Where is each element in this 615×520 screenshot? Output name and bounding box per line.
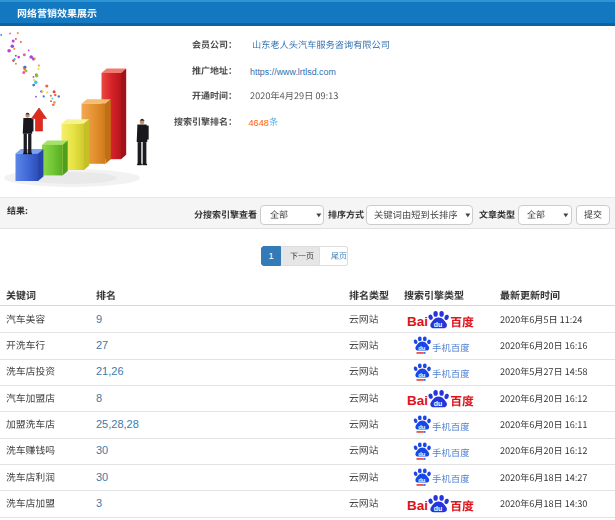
svg-text:Bai: Bai [407,393,428,408]
svg-text:Bai: Bai [407,314,428,329]
svg-text:Bai: Bai [407,498,428,513]
svg-text:du: du [433,321,442,328]
svg-text:du: du [418,477,426,483]
svg-text:du: du [418,424,426,430]
svg-text:du: du [418,345,426,351]
svg-text:du: du [433,400,442,407]
svg-text:du: du [418,450,426,456]
svg-text:du: du [433,505,442,512]
svg-text:du: du [418,371,426,377]
